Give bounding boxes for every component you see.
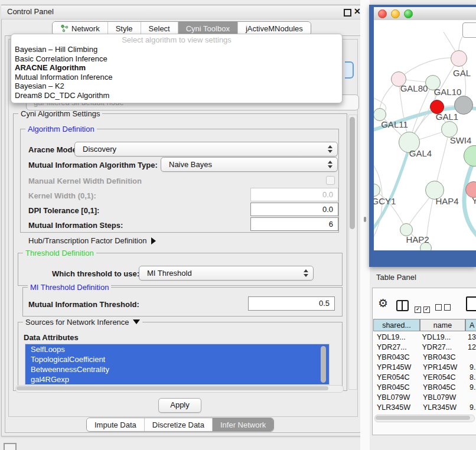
table-row[interactable]: YBL079WYBL079W — [373, 392, 476, 402]
settings-scrollbar-thumb[interactable] — [350, 117, 355, 229]
network-node-label: GCY1 — [374, 196, 396, 206]
table-rows: YDL19...YDL19...13YDR27...YDR27...12YBR0… — [373, 332, 476, 415]
table-row[interactable]: YLR345WYLR345W9. — [373, 402, 476, 412]
aracne-mode-combo[interactable]: Discovery — [74, 142, 338, 156]
split-columns-icon[interactable] — [396, 300, 409, 311]
table-row[interactable]: YDR27...YDR27...12 — [373, 342, 476, 352]
table-cell: 8. — [466, 373, 476, 381]
birdseye-box[interactable] — [462, 22, 476, 38]
algorithm-popup-item[interactable]: Bayesian – K2 — [11, 81, 342, 91]
network-node-label: GAL1 — [436, 112, 458, 122]
table-cell: YBR043C — [420, 353, 466, 361]
network-node-label: Y — [472, 195, 476, 206]
which-threshold-label: Which threshold to use: — [52, 269, 139, 278]
tab-discretize-data[interactable]: Discretize Data — [145, 418, 213, 431]
tab-jactivemnodules[interactable]: jActiveMNodules — [238, 22, 311, 35]
algorithm-popup-item[interactable]: Dream8 DC_TDC Algorithm — [11, 91, 342, 100]
table-cell: YBR043C — [373, 353, 420, 361]
gear-icon[interactable]: ⚙ — [378, 298, 388, 309]
mi-steps-field[interactable]: 6 — [250, 217, 338, 231]
hub-section-label: Hub/Transcription Factor Definition — [28, 236, 146, 245]
zoom-traffic-light[interactable] — [404, 9, 413, 18]
network-node-label: GAL4 — [409, 148, 432, 158]
divider-handle-icon[interactable] — [364, 217, 366, 222]
table-row[interactable]: YPR145WYPR145W9. — [373, 362, 476, 372]
table-cell: YDR27... — [373, 343, 420, 351]
panel-divider[interactable] — [360, 0, 370, 450]
table-cell: YLR345W — [420, 403, 466, 412]
attribute-list-item[interactable]: BetweennessCentrality — [25, 364, 329, 374]
close-icon[interactable]: ✕ — [354, 6, 361, 16]
mi-threshold-field[interactable]: 0.5 — [248, 296, 335, 311]
attribute-list-item[interactable]: gal4RGexp — [25, 374, 329, 384]
attribute-list-item[interactable]: TopologicalCoefficient — [25, 354, 329, 364]
column-header-name[interactable]: name — [420, 319, 465, 331]
tab-cyni-toolbox[interactable]: Cyni Toolbox — [178, 22, 238, 35]
table-hscrollbar-thumb[interactable] — [376, 416, 470, 420]
network-node[interactable] — [451, 50, 467, 67]
network-view-titlebar[interactable] — [374, 7, 476, 21]
tab-network[interactable]: Network — [53, 22, 108, 35]
tab-impute-data[interactable]: Impute Data — [87, 418, 145, 431]
mi-threshold-title: MI Threshold Definition — [28, 283, 111, 292]
algorithm-popup-item[interactable]: ARACNE Algorithm — [11, 63, 342, 73]
mi-type-label: Mutual Information Algorithm Type: — [28, 161, 158, 169]
attribute-list-item[interactable]: SelfLoops — [25, 344, 329, 354]
deselect-all-columns-icon[interactable] — [435, 302, 453, 313]
table-cell: 9. — [466, 403, 476, 412]
export-table-icon[interactable] — [466, 296, 476, 311]
hub-section-toggle[interactable]: Hub/Transcription Factor Definition — [28, 236, 156, 245]
mi-steps-label: Mutual Information Steps: — [28, 221, 123, 230]
attributes-scrollbar-thumb[interactable] — [321, 346, 326, 383]
expand-arrow-icon — [151, 237, 156, 244]
tab-impute-data-label: Impute Data — [94, 420, 136, 429]
algorithm-definition-title: Algorithm Definition — [25, 125, 97, 133]
select-all-columns-icon[interactable]: ✓✓ — [415, 302, 432, 313]
tab-infer-network[interactable]: Infer Network — [213, 418, 273, 431]
clipped-corner-widget — [4, 443, 17, 450]
table-row[interactable]: YER054CYER054C8. — [373, 372, 476, 382]
table-cell: YPR145W — [420, 363, 466, 371]
tab-style[interactable]: Style — [108, 22, 141, 35]
table-panel-title: Table Panel — [376, 273, 416, 282]
data-attributes-label: Data Attributes — [24, 333, 79, 342]
table-cell: 12 — [464, 343, 476, 351]
column-header-clipped[interactable]: A — [465, 319, 476, 331]
tab-select[interactable]: Select — [141, 22, 178, 35]
mi-type-combo[interactable]: Naive Bayes — [161, 157, 338, 172]
algorithm-popup-item[interactable]: Mutual Information Inference — [11, 73, 342, 82]
settings-hscrollbar-thumb[interactable] — [17, 386, 328, 390]
table-cell: 9. — [466, 383, 476, 392]
combo-spinner-icon — [304, 269, 309, 278]
screen: Control Panel ✕ Network Style Select C — [0, 0, 476, 450]
minimize-traffic-light[interactable] — [391, 9, 400, 18]
focused-combo-fragment[interactable] — [345, 61, 354, 79]
apply-button[interactable]: Apply — [158, 398, 201, 413]
network-node-label: HAP2 — [406, 234, 429, 244]
which-threshold-combo[interactable]: MI Threshold — [139, 266, 314, 281]
dpi-tolerance-field[interactable]: 0.0 — [250, 203, 338, 216]
tab-style-label: Style — [116, 24, 133, 33]
column-header-shared[interactable]: shared... — [373, 319, 420, 331]
sources-title[interactable]: Sources for Network Inference — [23, 318, 142, 327]
table-cell: YBR045C — [420, 383, 466, 392]
kernel-width-field[interactable]: 0.0 — [250, 188, 338, 201]
network-canvas[interactable]: GALGAL80GAL10GAL1GAL11SWI4GAL4GCY1HAP4YH… — [374, 20, 476, 250]
table-row[interactable]: YDL19...YDL19...13 — [373, 332, 476, 342]
table-cell: 13 — [464, 333, 476, 341]
threshold-definition-title: Threshold Definition — [23, 249, 96, 257]
manual-kernel-checkbox[interactable] — [326, 176, 335, 185]
tab-jactivemnodules-label: jActiveMNodules — [246, 24, 303, 33]
algorithm-popup-item[interactable]: Basic Correlation Inference — [11, 54, 342, 64]
table-row[interactable]: YBR045CYBR045C9. — [373, 382, 476, 392]
algorithm-popup-placeholder: Select algorithm to view settings — [11, 35, 342, 45]
control-panel-titlebar[interactable] — [1, 5, 365, 19]
close-traffic-light[interactable] — [378, 9, 387, 18]
float-window-icon[interactable] — [344, 9, 351, 17]
algorithm-popup-item[interactable]: Bayesian – Hill Climbing — [11, 45, 342, 54]
table-row[interactable]: YBR043CYBR043C — [373, 352, 476, 362]
algorithm-dropdown-popup: Select algorithm to view settings Bayesi… — [11, 34, 343, 103]
bottom-tabbar: Impute Data Discretize Data Infer Networ… — [86, 418, 274, 432]
table-cell: YPR145W — [373, 363, 420, 371]
kernel-width-label: Kernel Width (0,1): — [28, 191, 96, 200]
